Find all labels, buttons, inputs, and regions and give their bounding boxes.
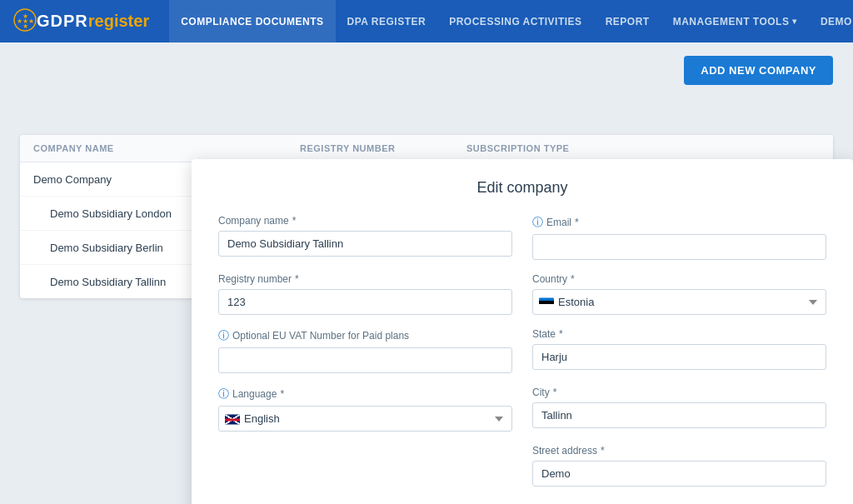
nav-item-report[interactable]: REPORT (594, 0, 661, 42)
city-label: City * (532, 387, 826, 398)
form-col-company-name: Company name * (218, 215, 512, 260)
vat-input[interactable] (218, 347, 512, 373)
form-row-3: ⓘ Optional EU VAT Number for Paid plans … (218, 328, 826, 373)
add-new-company-button[interactable]: ADD NEW COMPANY (684, 56, 833, 85)
col-header-subscription: SUBSCRIPTION TYPE (466, 143, 736, 153)
company-name-label: Company name * (218, 215, 512, 227)
nav-links: COMPLIANCE DOCUMENTS DPA REGISTER PROCES… (169, 0, 661, 42)
form-col-language: ⓘ Language * English German Estonian (218, 387, 512, 432)
nav-right: MANAGEMENT TOOLS ▾ DEMO COMPANY ▾ DEMO U… (661, 0, 853, 42)
col-header-company-name: COMPANY NAME (33, 143, 300, 153)
language-select[interactable]: English German Estonian (218, 406, 512, 432)
chevron-down-icon: ▾ (792, 17, 797, 26)
state-label: State * (532, 328, 826, 340)
col-header-registry: REGISTRY NUMBER (300, 143, 466, 153)
modal-title: Edit company (218, 179, 826, 197)
form-col-state: State * (532, 328, 826, 373)
brand-register-text: register (88, 12, 149, 31)
nav-management-tools[interactable]: MANAGEMENT TOOLS ▾ (661, 0, 809, 42)
company-name-input[interactable] (218, 231, 512, 257)
edit-company-modal: Edit company Company name * ⓘ Email * (192, 159, 853, 504)
language-label: ⓘ Language * (218, 387, 512, 402)
form-col-vat: ⓘ Optional EU VAT Number for Paid plans (218, 328, 512, 373)
registry-number-label: Registry number * (218, 273, 512, 285)
form-col-registry: Registry number * (218, 273, 512, 315)
registry-number-input[interactable] (218, 289, 512, 315)
vat-label: ⓘ Optional EU VAT Number for Paid plans (218, 328, 512, 343)
email-label: ⓘ Email * (532, 215, 826, 230)
form-col-street: Street address * (532, 445, 826, 487)
state-input[interactable] (532, 344, 826, 370)
svg-text:★: ★ (22, 22, 28, 30)
email-input[interactable] (532, 234, 826, 260)
form-row-2: Registry number * Country * Estonia Ger (218, 273, 826, 315)
svg-text:★: ★ (22, 12, 28, 20)
country-label: Country * (532, 273, 826, 285)
language-select-wrapper: English German Estonian (218, 406, 512, 432)
main-content: ADD NEW COMPANY COMPANY NAME REGISTRY NU… (0, 42, 853, 504)
country-select-wrapper: Estonia Germany United Kingdom (532, 289, 826, 315)
nav-item-compliance[interactable]: COMPLIANCE DOCUMENTS (169, 0, 335, 42)
form-row-1: Company name * ⓘ Email * (218, 215, 826, 260)
brand-gdpr-text: GDPR (37, 12, 88, 31)
form-col-empty (218, 445, 512, 487)
logo-stars-icon: ★★★ ★ ★ (13, 8, 37, 34)
form-col-email: ⓘ Email * (532, 215, 826, 260)
nav-demo-company[interactable]: DEMO COMPANY ▾ (809, 0, 853, 42)
form-col-country: Country * Estonia Germany United Kingdom (532, 273, 826, 315)
navbar: ★★★ ★ ★ GDPR register COMPLIANCE DOCUMEN… (0, 0, 853, 42)
city-input[interactable] (532, 402, 826, 428)
street-input[interactable] (532, 461, 826, 487)
info-icon: ⓘ (532, 215, 543, 230)
info-icon: ⓘ (218, 387, 229, 402)
form-col-city: City * (532, 387, 826, 432)
form-row-4: ⓘ Language * English German Estonian (218, 387, 826, 432)
country-select[interactable]: Estonia Germany United Kingdom (532, 289, 826, 315)
nav-item-processing[interactable]: PROCESSING ACTIVITIES (437, 0, 593, 42)
info-icon: ⓘ (218, 328, 229, 343)
form-row-5: Street address * (218, 445, 826, 487)
nav-item-dpa[interactable]: DPA REGISTER (336, 0, 438, 42)
street-label: Street address * (532, 445, 826, 457)
brand-logo[interactable]: ★★★ ★ ★ GDPR register (13, 8, 149, 34)
